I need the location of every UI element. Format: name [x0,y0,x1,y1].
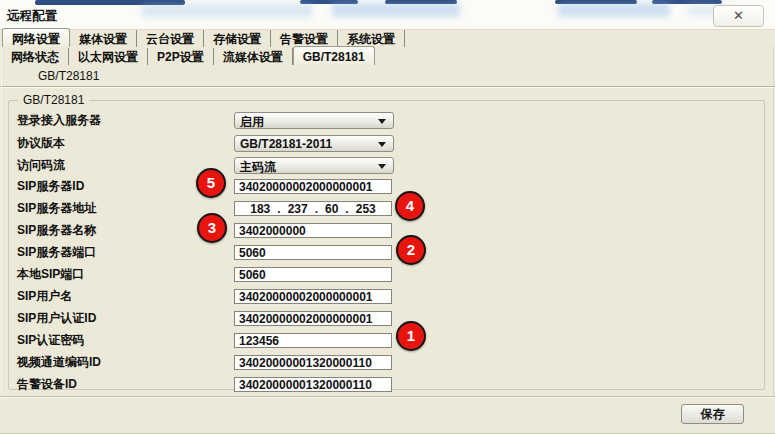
local-sip-port-input[interactable] [234,267,392,282]
sip-server-id-label: SIP服务器ID [17,179,84,194]
sip-server-name-label: SIP服务器名称 [17,223,96,238]
close-button[interactable]: ✕ [713,5,764,27]
tab-system-settings[interactable]: 系统设置 [338,30,405,47]
sip-username-label: SIP用户名 [17,289,72,304]
tab-p2p-settings[interactable]: P2P设置 [148,48,214,65]
alarm-device-id-label: 告警设备ID [17,377,77,392]
access-stream-select[interactable]: 主码流 [234,157,394,174]
window-title: 远程配置 [7,8,57,25]
callout-badge-1: 1 [396,321,426,351]
access-stream-label: 访问码流 [17,158,65,173]
protocol-version-select[interactable]: GB/T28181-2011 [234,135,394,152]
subtab-gbt28181[interactable]: GB/T28181 [38,69,99,83]
title-bar: 远程配置 ✕ [0,0,775,30]
sip-user-auth-id-input[interactable] [234,311,392,326]
footer-divider [0,396,775,398]
tab-media-settings[interactable]: 媒体设置 [70,30,137,47]
groupbox-legend: GB/T28181 [18,93,89,107]
chevron-down-icon [378,119,386,124]
tab-alarm-settings[interactable]: 告警设置 [271,30,338,47]
protocol-version-label: 协议版本 [17,136,65,151]
tab-gbt28181[interactable]: GB/T28181 [293,46,375,65]
callout-badge-4: 4 [395,191,425,221]
sip-server-address-label: SIP服务器地址 [17,201,96,216]
sip-auth-password-label: SIP认证密码 [17,333,84,348]
tab-ptz-settings[interactable]: 云台设置 [137,30,204,47]
callout-badge-2: 2 [396,235,426,265]
tab-network-status[interactable]: 网络状态 [2,48,69,65]
tab-network-settings[interactable]: 网络设置 [2,28,70,47]
chevron-down-icon [378,142,386,147]
tab-strip-level1: 网络设置 媒体设置 云台设置 存储设置 告警设置 系统设置 [2,29,405,47]
sip-server-id-input[interactable] [234,179,392,194]
close-icon: ✕ [733,8,744,23]
background-artifact [142,4,312,17]
tab-stream-media-settings[interactable]: 流媒体设置 [214,48,293,65]
local-sip-port-label: 本地SIP端口 [17,267,84,282]
video-channel-id-label: 视频通道编码ID [17,355,101,370]
chevron-down-icon [378,164,386,169]
sip-server-name-input[interactable] [234,223,392,238]
sip-auth-password-input[interactable] [234,333,392,348]
tab-ethernet-settings[interactable]: 以太网设置 [69,48,148,65]
sip-user-auth-id-label: SIP用户认证ID [17,311,96,326]
background-artifact [558,3,670,17]
video-channel-id-input[interactable] [234,355,392,370]
page-edge-right [773,46,774,395]
remote-config-dialog: 远程配置 ✕ 网络设置 媒体设置 云台设置 存储设置 告警设置 系统设置 网络状… [0,0,775,434]
page-edge-left [1,46,2,395]
login-access-server-label: 登录接入服务器 [17,113,101,128]
background-artifact [332,3,460,17]
callout-badge-5: 5 [196,168,226,198]
tab-strip-level2: 网络状态 以太网设置 P2P设置 流媒体设置 GB/T28181 [2,47,375,65]
tab-storage-settings[interactable]: 存储设置 [204,30,271,47]
sip-server-address-input[interactable]: 183.237.60.253 [234,201,392,216]
callout-badge-3: 3 [197,213,227,243]
sip-username-input[interactable] [234,289,392,304]
sip-server-port-input[interactable] [234,245,392,260]
login-access-server-select[interactable]: 启用 [234,112,394,129]
sip-server-port-label: SIP服务器端口 [17,245,96,260]
save-button[interactable]: 保存 [681,404,744,424]
section-divider [0,86,775,88]
alarm-device-id-input[interactable] [234,377,392,392]
